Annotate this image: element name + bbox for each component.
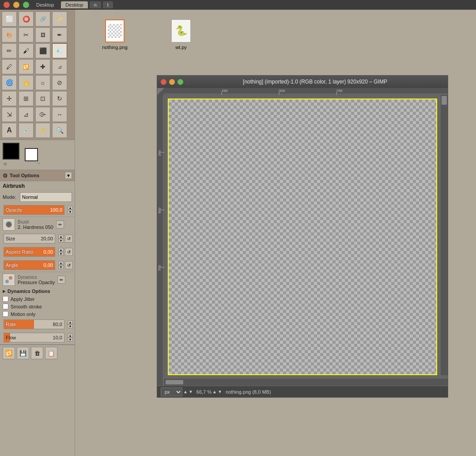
clone-tool[interactable]: 🔁 — [19, 59, 34, 74]
rate-up[interactable]: ▲ — [68, 320, 73, 324]
pencil-tool[interactable]: ✏ — [2, 43, 17, 58]
gimp-max-btn[interactable] — [178, 79, 183, 85]
aspect-ratio-up[interactable]: ▲ — [58, 248, 64, 252]
taskbar-max-btn[interactable] — [23, 2, 29, 8]
color-area: ⊘ ↔ — [0, 140, 75, 170]
dynamics-edit-btn[interactable]: ✏ — [57, 276, 65, 284]
free-select-tool[interactable]: 🔗 — [35, 11, 50, 27]
ink-tool[interactable]: 🖊 — [2, 59, 17, 74]
crop-tool[interactable]: ⊡ — [35, 91, 50, 106]
flip-tool[interactable]: ↔ — [52, 107, 67, 122]
align-tool[interactable]: ⊞ — [19, 91, 34, 106]
wt-py-icon[interactable]: 🐍 wt.py — [163, 19, 199, 50]
scrollbar-horizontal[interactable] — [164, 379, 441, 386]
gimp-titlebar: [nothing] (imported)-1.0 (RGB color, 1 l… — [157, 76, 448, 88]
smooth-stroke-row: Smooth stroke — [0, 303, 75, 310]
scale-tool[interactable]: ⇲ — [2, 107, 17, 122]
taskbar-min-btn[interactable] — [13, 2, 19, 8]
delete-tool-btn[interactable]: 🗑 — [31, 347, 43, 359]
desaturate-tool[interactable]: ⊘ — [52, 75, 67, 90]
smooth-stroke-checkbox[interactable] — [3, 304, 8, 309]
dodge-burn-tool[interactable]: ☼ — [35, 75, 50, 90]
perspective-tool[interactable]: ⌱ — [35, 107, 50, 122]
by-color-select-tool[interactable]: 🎨 — [2, 27, 17, 42]
dynamics-name[interactable]: Pressure Opacity — [18, 280, 55, 285]
gimp-min-btn[interactable] — [169, 79, 175, 85]
apply-jitter-checkbox[interactable] — [3, 296, 8, 302]
ellipse-select-tool[interactable]: ⭕ — [19, 11, 34, 27]
opacity-slider[interactable]: Opacity 100,0 — [4, 205, 64, 215]
flow-slider[interactable]: Flow 10,0 — [4, 333, 64, 342]
rotate-tool[interactable]: ↻ — [52, 91, 67, 106]
size-up[interactable]: ▲ — [58, 235, 64, 239]
flow-up[interactable]: ▲ — [68, 334, 73, 338]
opacity-up[interactable]: ▲ — [68, 206, 73, 210]
brush-name[interactable]: 2. Hardness 050 — [18, 224, 53, 230]
copy-tool-btn[interactable]: 📋 — [45, 347, 57, 359]
angle-down[interactable]: ▼ — [58, 265, 64, 269]
taskbar-close-btn[interactable] — [4, 2, 10, 8]
background-color[interactable] — [25, 148, 38, 161]
text-tool[interactable]: A — [2, 123, 17, 138]
color-picker-tool[interactable]: 💉 — [19, 123, 34, 138]
angle-up[interactable]: ▲ — [58, 261, 64, 265]
aspect-ratio-down[interactable]: ▼ — [58, 252, 64, 256]
convolve-tool[interactable]: 🌀 — [2, 75, 17, 90]
tool-options-menu-btn[interactable]: ▼ — [65, 172, 72, 179]
perspective-clone-tool[interactable]: ⊿ — [52, 59, 67, 74]
size-down[interactable]: ▼ — [58, 239, 64, 243]
aspect-ratio-slider[interactable]: Aspect Ratio 0,00 — [4, 247, 55, 257]
foreground-select-tool[interactable]: 🖼 — [35, 27, 50, 42]
brush-edit-btn[interactable]: ✏ — [56, 220, 64, 228]
taskbar-tab-t[interactable]: t — [103, 1, 113, 8]
gimp-canvas-area[interactable] — [164, 95, 448, 386]
flow-down[interactable]: ▼ — [68, 338, 73, 342]
aspect-ratio-reset-btn[interactable]: ↺ — [65, 248, 73, 256]
zoom-spin-up[interactable]: ▲ — [212, 389, 217, 394]
taskbar-tab-desktop[interactable]: Desktop — [61, 1, 87, 8]
mode-select[interactable]: Normal Dissolve Multiply — [20, 192, 72, 202]
rate-down[interactable]: ▼ — [68, 324, 73, 328]
nothing-png-icon[interactable]: nothing.png — [97, 19, 132, 50]
zoom-spin-down[interactable]: ▼ — [218, 389, 222, 394]
size-reset-btn[interactable]: ↺ — [65, 235, 73, 243]
heal-tool[interactable]: ✚ — [35, 59, 50, 74]
restore-tool-btn[interactable]: 🔁 — [3, 347, 15, 359]
size-slider[interactable]: Size 20,00 — [4, 234, 55, 243]
gimp-close-btn[interactable] — [161, 79, 166, 85]
scroll-thumb-vertical[interactable] — [442, 96, 447, 105]
eraser-tool[interactable]: ⬛ — [35, 43, 50, 58]
dynamics-options-row[interactable]: ▶ Dynamics Options — [0, 287, 75, 295]
airbrush-tool[interactable]: 💨 — [52, 43, 67, 58]
move-tool[interactable]: ✛ — [2, 91, 17, 106]
opacity-down[interactable]: ▼ — [68, 210, 73, 214]
zoom-tool[interactable]: 🔍 — [52, 123, 67, 138]
dynamics-icon[interactable] — [3, 274, 15, 286]
shear-tool[interactable]: ⊿ — [19, 107, 34, 122]
opacity-value: 100,0 — [47, 207, 62, 213]
svg-point-1 — [9, 276, 12, 280]
brush-preview[interactable] — [3, 218, 15, 231]
rate-slider[interactable]: Rate 80,0 — [4, 319, 64, 329]
foreground-color[interactable] — [3, 143, 19, 160]
scrollbar-vertical[interactable] — [441, 95, 448, 375]
reset-colors-icon[interactable]: ⊘ — [4, 162, 41, 166]
save-tool-btn[interactable]: 💾 — [17, 347, 29, 359]
paths-tool[interactable]: ✒ — [52, 27, 67, 42]
unit-select[interactable]: px mm in — [161, 388, 182, 396]
motion-only-checkbox[interactable] — [3, 311, 8, 317]
unit-spin-up[interactable]: ▲ — [183, 389, 188, 394]
taskbar-tab-n[interactable]: n — [90, 1, 101, 8]
scissors-select-tool[interactable]: ✂ — [19, 27, 34, 42]
unit-spin-down[interactable]: ▼ — [189, 389, 193, 394]
brush-section-label: Brush — [18, 220, 53, 224]
angle-slider[interactable]: Angle 0,00 — [4, 260, 55, 270]
angle-reset-btn[interactable]: ↺ — [65, 261, 73, 269]
smudge-tool[interactable]: 👆 — [19, 75, 34, 90]
scroll-thumb-horizontal[interactable] — [166, 380, 183, 384]
rect-select-tool[interactable]: ⬜ — [2, 11, 17, 27]
swap-colors-icon[interactable]: ↔ — [37, 161, 41, 165]
measure-tool[interactable]: 📏 — [35, 123, 50, 138]
fuzzy-select-tool[interactable]: ✨ — [52, 11, 67, 27]
paintbrush-tool[interactable]: 🖌 — [19, 43, 34, 58]
